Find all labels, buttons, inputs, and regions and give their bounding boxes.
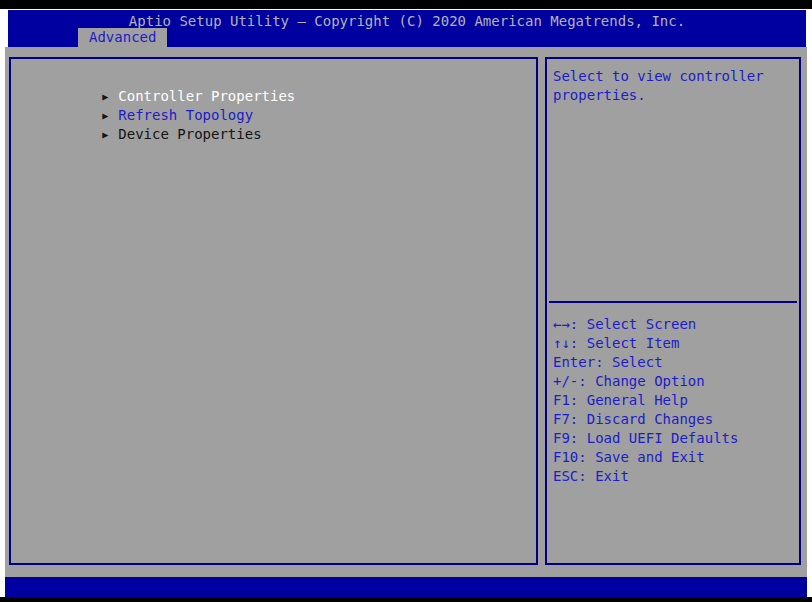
help-text: Select to view controller properties. xyxy=(553,67,775,105)
help-panel: Select to view controller properties. ←→… xyxy=(545,57,801,565)
legend-item-discard-changes: F7: Discard Changes xyxy=(553,410,797,429)
menu-item-controller-properties[interactable]: ▶Controller Properties xyxy=(11,68,536,87)
legend-item-select-item: ↑↓: Select Item xyxy=(553,334,797,353)
submenu-arrow-icon: ▶ xyxy=(102,106,118,125)
menu-panel: ▶Controller Properties ▶Refresh Topology… xyxy=(9,57,538,565)
menu-list: ▶Controller Properties ▶Refresh Topology… xyxy=(11,59,536,125)
menu-item-label: Refresh Topology xyxy=(118,107,253,123)
legend-item-general-help: F1: General Help xyxy=(553,391,797,410)
legend-item-save-and-exit: F10: Save and Exit xyxy=(553,448,797,467)
submenu-arrow-icon: ▶ xyxy=(102,87,118,106)
key-legend: ←→: Select Screen ↑↓: Select Item Enter:… xyxy=(553,315,797,486)
menu-item-label: Device Properties xyxy=(118,126,261,142)
tab-advanced[interactable]: Advanced xyxy=(78,28,167,47)
help-divider xyxy=(549,301,797,303)
legend-item-change-option: +/-: Change Option xyxy=(553,372,797,391)
menu-item-label: Controller Properties xyxy=(118,88,295,104)
legend-item-select-screen: ←→: Select Screen xyxy=(553,315,797,334)
bios-setup-screen: Aptio Setup Utility – Copyright (C) 2020… xyxy=(0,0,812,602)
legend-item-load-uefi-defaults: F9: Load UEFI Defaults xyxy=(553,429,797,448)
version-bar: Version 2.20.1275. Copyright (C) 2020 Am… xyxy=(5,577,807,597)
bottom-border xyxy=(0,597,812,602)
content-area: ▶Controller Properties ▶Refresh Topology… xyxy=(5,47,807,577)
top-border xyxy=(0,0,812,9)
legend-item-esc-exit: ESC: Exit xyxy=(553,467,797,486)
legend-item-enter-select: Enter: Select xyxy=(553,353,797,372)
app-title: Aptio Setup Utility – Copyright (C) 2020… xyxy=(8,13,806,29)
submenu-arrow-icon: ▶ xyxy=(102,125,118,144)
title-bar: Aptio Setup Utility – Copyright (C) 2020… xyxy=(8,10,806,47)
